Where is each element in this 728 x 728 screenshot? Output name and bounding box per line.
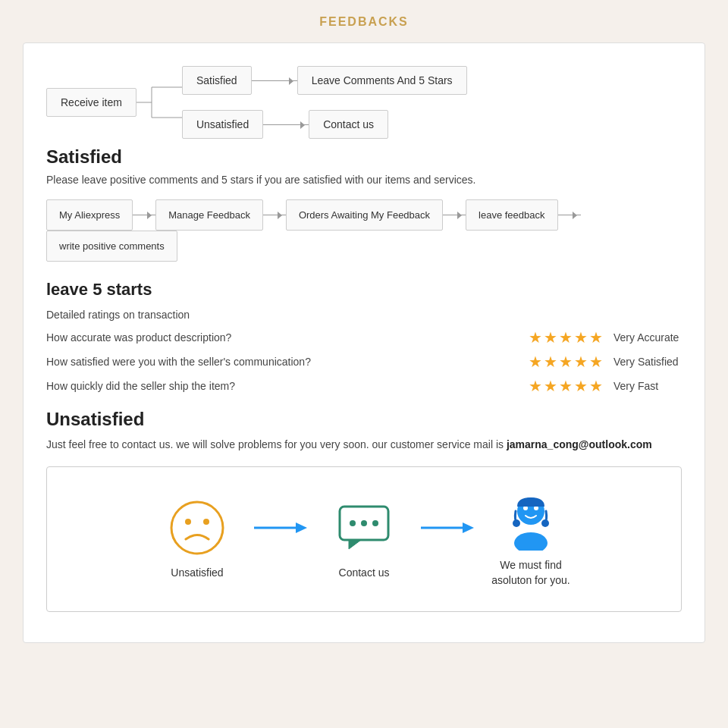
bottom-label-unsatisfied: Unsatisfied — [171, 566, 223, 581]
email-address: jamarna_cong@outlook.com — [507, 438, 652, 450]
svg-point-19 — [513, 519, 520, 527]
step-arrow-3 — [443, 215, 466, 215]
flow-diagram: Receive item Satisfied Leave Comments An… — [46, 66, 682, 139]
arrow-1-icon — [254, 520, 307, 535]
agent-icon — [500, 490, 561, 551]
step-flow: My Aliexpress Manage Feedback Orders Awa… — [46, 199, 682, 262]
step-manage-feedback: Manage Feedback — [155, 199, 263, 231]
star: ★ — [559, 353, 573, 371]
step-orders-awaiting: Orders Awaiting My Feedback — [286, 199, 443, 231]
receive-item-box: Receive item — [46, 88, 136, 117]
bottom-flow-box: Unsatisfied Contact us — [46, 466, 682, 611]
main-card: Receive item Satisfied Leave Comments An… — [23, 42, 705, 643]
bottom-label-contact: Contact us — [339, 566, 390, 581]
page-title: FEEDBACKS — [0, 0, 728, 42]
sad-face-icon — [167, 497, 228, 558]
star: ★ — [529, 377, 542, 395]
svg-point-20 — [541, 519, 549, 527]
step-my-aliexpress: My Aliexpress — [46, 199, 133, 231]
stars-1: ★ ★ ★ ★ ★ — [529, 353, 603, 371]
star: ★ — [529, 353, 542, 371]
svg-point-21 — [514, 532, 548, 551]
fork-svg — [136, 72, 182, 133]
stars-2: ★ ★ ★ ★ ★ — [529, 377, 603, 395]
unsatisfied-heading: Unsatisfied — [46, 409, 682, 430]
step-write-positive: write positive comments — [46, 231, 177, 262]
rating-row-2: How quickly did the seller ship the item… — [46, 377, 682, 395]
star: ★ — [574, 377, 588, 395]
svg-point-12 — [361, 520, 367, 526]
chat-bubble-icon — [334, 497, 394, 558]
star: ★ — [574, 353, 588, 371]
rating-label-2: Very Fast — [613, 380, 682, 392]
rating-row-0: How accurate was product description? ★ … — [46, 328, 682, 347]
rating-question-0: How accurate was product description? — [46, 331, 529, 344]
rating-question-2: How quickly did the seller ship the item… — [46, 380, 529, 392]
bottom-step-contact: Contact us — [315, 497, 413, 581]
stars-0: ★ ★ ★ ★ ★ — [529, 328, 603, 347]
svg-marker-15 — [463, 522, 474, 533]
star: ★ — [544, 353, 557, 371]
star: ★ — [544, 328, 557, 347]
svg-point-7 — [203, 519, 209, 525]
satisfied-description: Please leave positive comments and 5 sta… — [46, 174, 682, 186]
svg-point-13 — [372, 520, 378, 526]
star: ★ — [559, 328, 573, 347]
star: ★ — [589, 353, 603, 371]
svg-point-6 — [185, 519, 191, 525]
step-arrow-1 — [133, 215, 155, 215]
rating-label-1: Very Satisfied — [613, 356, 682, 368]
leave-comments-box: Leave Comments And 5 Stars — [297, 66, 467, 95]
star: ★ — [589, 377, 603, 395]
unsatisfied-description: Just feel free to contact us. we will so… — [46, 436, 682, 453]
svg-marker-9 — [296, 522, 307, 533]
star: ★ — [544, 377, 557, 395]
bottom-label-agent: We must find asoluton for you. — [482, 558, 580, 588]
star: ★ — [559, 377, 573, 395]
bottom-step-unsatisfied: Unsatisfied — [148, 497, 246, 581]
star: ★ — [574, 328, 588, 347]
stars-heading: leave 5 starts — [46, 280, 682, 300]
star: ★ — [529, 328, 542, 347]
arrow-2-icon — [421, 520, 474, 535]
ratings-label: Detailed ratings on transaction — [46, 309, 682, 321]
step-arrow-2 — [263, 215, 286, 215]
bottom-step-agent: We must find asoluton for you. — [482, 490, 580, 588]
step-leave-feedback: leave feedback — [466, 199, 557, 231]
satisfied-box: Satisfied — [182, 66, 252, 95]
contact-us-box: Contact us — [309, 110, 388, 139]
svg-point-5 — [171, 502, 223, 554]
step-arrow-4 — [558, 215, 581, 215]
rating-row-1: How satisfied were you with the seller's… — [46, 353, 682, 371]
unsatisfied-box: Unsatisfied — [182, 110, 263, 139]
svg-point-11 — [350, 520, 356, 526]
star: ★ — [589, 328, 603, 347]
satisfied-heading: Satisfied — [46, 146, 682, 168]
rating-question-1: How satisfied were you with the seller's… — [46, 356, 529, 368]
rating-label-0: Very Accurate — [613, 331, 682, 344]
